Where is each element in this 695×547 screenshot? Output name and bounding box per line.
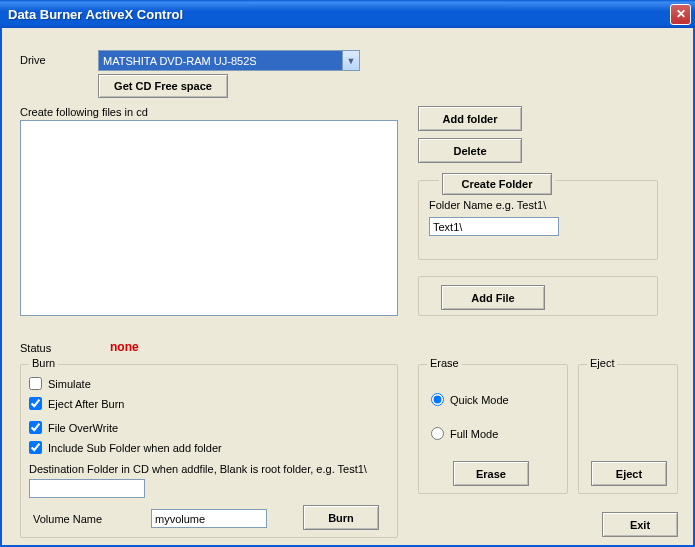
status-label: Status bbox=[20, 342, 51, 354]
volume-name-input[interactable] bbox=[151, 509, 267, 528]
overwrite-checkbox[interactable] bbox=[29, 421, 42, 434]
files-label: Create following files in cd bbox=[20, 106, 148, 118]
close-button[interactable]: ✕ bbox=[670, 4, 691, 25]
get-cd-free-space-button[interactable]: Get CD Free space bbox=[98, 74, 228, 98]
dest-folder-input[interactable] bbox=[29, 479, 145, 498]
add-file-button[interactable]: Add File bbox=[441, 285, 545, 310]
include-sub-checkbox[interactable] bbox=[29, 441, 42, 454]
burn-button[interactable]: Burn bbox=[303, 505, 379, 530]
erase-legend: Erase bbox=[427, 357, 462, 369]
burn-group: Burn Simulate Eject After Burn File Over… bbox=[20, 364, 398, 538]
drive-dropdown[interactable]: MATSHITA DVD-RAM UJ-852S ▼ bbox=[98, 50, 360, 71]
eject-after-label: Eject After Burn bbox=[48, 398, 124, 410]
include-sub-label: Include Sub Folder when add folder bbox=[48, 442, 222, 454]
overwrite-label: File OverWrite bbox=[48, 422, 118, 434]
quick-mode-label: Quick Mode bbox=[450, 394, 509, 406]
erase-button[interactable]: Erase bbox=[453, 461, 529, 486]
dest-folder-label: Destination Folder in CD when addfile, B… bbox=[29, 463, 367, 475]
folder-name-hint: Folder Name e.g. Test1\ bbox=[429, 199, 546, 211]
window-title: Data Burner ActiveX Control bbox=[8, 7, 183, 22]
drive-label: Drive bbox=[20, 54, 46, 66]
files-listbox[interactable] bbox=[20, 120, 398, 316]
drive-selected: MATSHITA DVD-RAM UJ-852S bbox=[99, 51, 342, 70]
create-folder-group: Create Folder Folder Name e.g. Test1\ bbox=[418, 180, 658, 260]
full-mode-radio[interactable] bbox=[431, 427, 444, 440]
delete-button[interactable]: Delete bbox=[418, 138, 522, 163]
volume-name-label: Volume Name bbox=[33, 513, 102, 525]
eject-button[interactable]: Eject bbox=[591, 461, 667, 486]
close-icon: ✕ bbox=[676, 7, 686, 21]
simulate-checkbox[interactable] bbox=[29, 377, 42, 390]
folder-name-input[interactable] bbox=[429, 217, 559, 236]
eject-after-checkbox[interactable] bbox=[29, 397, 42, 410]
add-folder-button[interactable]: Add folder bbox=[418, 106, 522, 131]
eject-legend: Eject bbox=[587, 357, 617, 369]
full-mode-label: Full Mode bbox=[450, 428, 498, 440]
client-area: Drive MATSHITA DVD-RAM UJ-852S ▼ Get CD … bbox=[0, 28, 695, 547]
burn-legend: Burn bbox=[29, 357, 58, 369]
titlebar: Data Burner ActiveX Control ✕ bbox=[0, 0, 695, 28]
erase-group: Erase Quick Mode Full Mode Erase bbox=[418, 364, 568, 494]
create-folder-button[interactable]: Create Folder bbox=[442, 173, 552, 195]
quick-mode-radio[interactable] bbox=[431, 393, 444, 406]
status-value: none bbox=[110, 340, 139, 354]
eject-group: Eject Eject bbox=[578, 364, 678, 494]
chevron-down-icon[interactable]: ▼ bbox=[342, 51, 359, 70]
exit-button[interactable]: Exit bbox=[602, 512, 678, 537]
simulate-label: Simulate bbox=[48, 378, 91, 390]
add-file-group: Add File bbox=[418, 276, 658, 316]
